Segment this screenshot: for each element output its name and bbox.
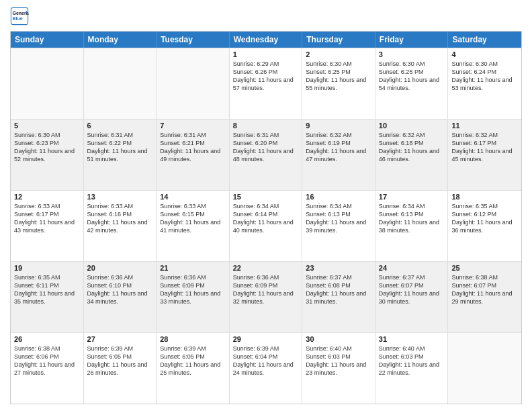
day-number: 14 [160,193,226,201]
day-cell-20: 20Sunrise: 6:36 AM Sunset: 6:10 PM Dayli… [84,262,157,332]
header-day-wednesday: Wednesday [230,32,303,48]
day-cell-19: 19Sunrise: 6:35 AM Sunset: 6:11 PM Dayli… [11,262,84,332]
cell-info: Sunrise: 6:31 AM Sunset: 6:21 PM Dayligh… [160,131,226,164]
day-cell-18: 18Sunrise: 6:35 AM Sunset: 6:12 PM Dayli… [448,191,521,261]
day-cell-14: 14Sunrise: 6:33 AM Sunset: 6:15 PM Dayli… [157,191,230,261]
cell-info: Sunrise: 6:30 AM Sunset: 6:25 PM Dayligh… [306,60,371,93]
day-cell-28: 28Sunrise: 6:39 AM Sunset: 6:05 PM Dayli… [157,333,230,404]
day-number: 18 [451,193,518,201]
day-cell-2: 2Sunrise: 6:30 AM Sunset: 6:25 PM Daylig… [302,48,375,119]
day-number: 16 [306,193,371,201]
cell-info: Sunrise: 6:31 AM Sunset: 6:22 PM Dayligh… [87,131,153,164]
day-cell-30: 30Sunrise: 6:40 AM Sunset: 6:03 PM Dayli… [302,333,375,404]
cell-info: Sunrise: 6:34 AM Sunset: 6:13 PM Dayligh… [379,202,445,235]
day-number: 12 [14,193,80,201]
header: General Blue [10,7,522,26]
header-day-tuesday: Tuesday [157,32,230,48]
day-number: 25 [451,264,518,272]
day-number: 29 [233,335,299,343]
day-number: 2 [306,50,371,58]
cell-info: Sunrise: 6:31 AM Sunset: 6:20 PM Dayligh… [233,131,299,164]
day-number: 9 [306,122,371,130]
cell-info: Sunrise: 6:32 AM Sunset: 6:19 PM Dayligh… [306,131,371,164]
cell-info: Sunrise: 6:29 AM Sunset: 6:26 PM Dayligh… [233,60,299,93]
day-number: 8 [233,122,299,130]
cell-info: Sunrise: 6:34 AM Sunset: 6:13 PM Dayligh… [306,202,371,235]
day-cell-11: 11Sunrise: 6:32 AM Sunset: 6:17 PM Dayli… [448,120,521,190]
day-number: 27 [87,335,153,343]
day-cell-21: 21Sunrise: 6:36 AM Sunset: 6:09 PM Dayli… [157,262,230,332]
calendar-header: SundayMondayTuesdayWednesdayThursdayFrid… [11,32,521,48]
logo: General Blue [10,7,32,26]
calendar-row-5: 26Sunrise: 6:38 AM Sunset: 6:06 PM Dayli… [11,332,521,404]
day-cell-15: 15Sunrise: 6:34 AM Sunset: 6:14 PM Dayli… [230,191,303,261]
day-cell-29: 29Sunrise: 6:39 AM Sunset: 6:04 PM Dayli… [230,333,303,404]
day-cell-1: 1Sunrise: 6:29 AM Sunset: 6:26 PM Daylig… [230,48,303,119]
header-day-saturday: Saturday [448,32,521,48]
calendar-row-1: 1Sunrise: 6:29 AM Sunset: 6:26 PM Daylig… [11,48,521,119]
day-number: 1 [233,50,299,58]
calendar-row-4: 19Sunrise: 6:35 AM Sunset: 6:11 PM Dayli… [11,261,521,332]
day-cell-6: 6Sunrise: 6:31 AM Sunset: 6:22 PM Daylig… [84,120,157,190]
cell-info: Sunrise: 6:38 AM Sunset: 6:06 PM Dayligh… [14,345,80,377]
header-day-monday: Monday [84,32,157,48]
cell-info: Sunrise: 6:36 AM Sunset: 6:09 PM Dayligh… [160,273,226,306]
day-number: 19 [14,264,80,272]
day-number: 4 [451,50,518,58]
day-number: 30 [306,335,371,343]
day-number: 13 [87,193,153,201]
cell-info: Sunrise: 6:36 AM Sunset: 6:09 PM Dayligh… [233,273,299,306]
day-cell-5: 5Sunrise: 6:30 AM Sunset: 6:23 PM Daylig… [11,120,84,190]
calendar-body: 1Sunrise: 6:29 AM Sunset: 6:26 PM Daylig… [11,48,521,404]
cell-info: Sunrise: 6:35 AM Sunset: 6:11 PM Dayligh… [14,273,80,306]
day-cell-13: 13Sunrise: 6:33 AM Sunset: 6:16 PM Dayli… [84,191,157,261]
cell-info: Sunrise: 6:37 AM Sunset: 6:08 PM Dayligh… [306,273,371,306]
cell-info: Sunrise: 6:35 AM Sunset: 6:12 PM Dayligh… [451,202,518,235]
day-number: 28 [160,335,226,343]
day-cell-25: 25Sunrise: 6:38 AM Sunset: 6:07 PM Dayli… [448,262,521,332]
cell-info: Sunrise: 6:40 AM Sunset: 6:03 PM Dayligh… [379,345,445,377]
day-cell-3: 3Sunrise: 6:30 AM Sunset: 6:25 PM Daylig… [375,48,449,119]
day-cell-10: 10Sunrise: 6:32 AM Sunset: 6:18 PM Dayli… [375,120,449,190]
cell-info: Sunrise: 6:40 AM Sunset: 6:03 PM Dayligh… [306,345,371,377]
day-cell-4: 4Sunrise: 6:30 AM Sunset: 6:24 PM Daylig… [448,48,521,119]
day-number: 15 [233,193,299,201]
cell-info: Sunrise: 6:30 AM Sunset: 6:24 PM Dayligh… [451,60,518,93]
day-number: 21 [160,264,226,272]
day-number: 23 [306,264,371,272]
cell-info: Sunrise: 6:38 AM Sunset: 6:07 PM Dayligh… [451,273,518,306]
calendar: SundayMondayTuesdayWednesdayThursdayFrid… [10,31,522,404]
cell-info: Sunrise: 6:33 AM Sunset: 6:17 PM Dayligh… [14,202,80,235]
empty-cell [11,48,84,119]
day-cell-16: 16Sunrise: 6:34 AM Sunset: 6:13 PM Dayli… [302,191,375,261]
svg-text:Blue: Blue [13,16,23,21]
day-number: 3 [379,50,445,58]
day-number: 22 [233,264,299,272]
day-cell-31: 31Sunrise: 6:40 AM Sunset: 6:03 PM Dayli… [375,333,449,404]
cell-info: Sunrise: 6:30 AM Sunset: 6:23 PM Dayligh… [14,131,80,164]
day-number: 5 [14,122,80,130]
day-number: 26 [14,335,80,343]
empty-cell [157,48,230,119]
empty-cell [84,48,157,119]
calendar-row-2: 5Sunrise: 6:30 AM Sunset: 6:23 PM Daylig… [11,119,521,190]
cell-info: Sunrise: 6:36 AM Sunset: 6:10 PM Dayligh… [87,273,153,306]
day-cell-24: 24Sunrise: 6:37 AM Sunset: 6:07 PM Dayli… [375,262,449,332]
cell-info: Sunrise: 6:39 AM Sunset: 6:04 PM Dayligh… [233,345,299,377]
cell-info: Sunrise: 6:33 AM Sunset: 6:15 PM Dayligh… [160,202,226,235]
cell-info: Sunrise: 6:32 AM Sunset: 6:18 PM Dayligh… [379,131,445,164]
cell-info: Sunrise: 6:37 AM Sunset: 6:07 PM Dayligh… [379,273,445,306]
header-day-friday: Friday [375,32,449,48]
day-number: 24 [379,264,445,272]
cell-info: Sunrise: 6:32 AM Sunset: 6:17 PM Dayligh… [451,131,518,164]
day-number: 10 [379,122,445,130]
day-cell-23: 23Sunrise: 6:37 AM Sunset: 6:08 PM Dayli… [302,262,375,332]
day-cell-7: 7Sunrise: 6:31 AM Sunset: 6:21 PM Daylig… [157,120,230,190]
day-number: 11 [451,122,518,130]
day-number: 20 [87,264,153,272]
day-cell-26: 26Sunrise: 6:38 AM Sunset: 6:06 PM Dayli… [11,333,84,404]
page: General Blue SundayMondayTuesdayWednesda… [0,0,532,411]
day-cell-9: 9Sunrise: 6:32 AM Sunset: 6:19 PM Daylig… [302,120,375,190]
day-cell-8: 8Sunrise: 6:31 AM Sunset: 6:20 PM Daylig… [230,120,303,190]
day-number: 31 [379,335,445,343]
